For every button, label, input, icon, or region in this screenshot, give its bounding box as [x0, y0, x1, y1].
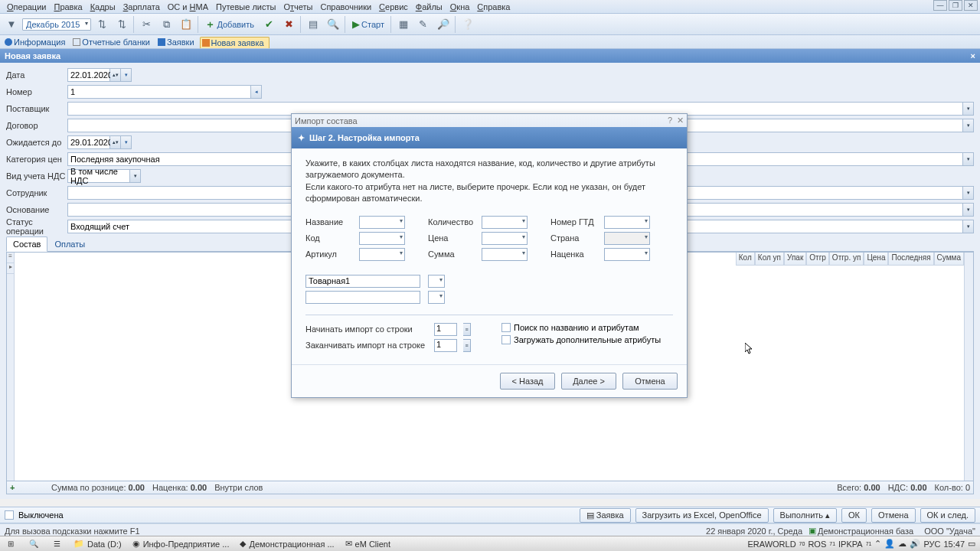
pricectg-dropdown[interactable]: ▾ [963, 152, 974, 166]
end-row-spinner[interactable]: ≡ [463, 339, 471, 352]
code-column-select[interactable] [359, 232, 405, 245]
tab-information[interactable]: Информация [2, 36, 70, 48]
tray-icon[interactable]: ⌃ [874, 539, 881, 549]
cut-icon[interactable]: ✂ [137, 15, 155, 34]
dialog-titlebar[interactable]: Импорт состава ?✕ [292, 114, 687, 127]
grid-add-row-icon[interactable]: + [10, 483, 21, 492]
doc-icon[interactable]: ▤ [304, 15, 322, 34]
status-dropdown[interactable]: ▾ [963, 220, 974, 233]
menu-files[interactable]: Файлы [412, 2, 446, 12]
dialog-close-icon[interactable]: ✕ [677, 116, 684, 126]
tray-cloud-icon[interactable]: ☁ [898, 539, 906, 549]
menu-salary[interactable]: Зарплата [119, 2, 164, 12]
extra-attr-select-2[interactable] [428, 291, 445, 304]
request-button[interactable]: ▤Заявка [580, 508, 631, 523]
cancel-icon[interactable]: ✖ [279, 15, 298, 34]
supplier-dropdown[interactable]: ▾ [963, 102, 974, 116]
contract-dropdown[interactable]: ▾ [963, 119, 974, 132]
help-icon[interactable]: ❔ [459, 15, 477, 34]
start-button[interactable]: ⊞ [0, 537, 21, 551]
price-column-select[interactable] [482, 232, 528, 245]
dialog-help-icon[interactable]: ? [668, 116, 672, 126]
pen-icon[interactable]: ✎ [414, 15, 433, 34]
tray-people-icon[interactable]: 👤 [884, 539, 895, 549]
disabled-checkbox[interactable] [5, 510, 14, 520]
tray-notif-icon[interactable]: ▭ [968, 539, 975, 549]
cancel-button[interactable]: Отмена [871, 508, 915, 523]
back-button[interactable]: < Назад [500, 373, 555, 390]
number-input[interactable]: 1 [67, 85, 251, 99]
confirm-icon[interactable]: ✔ [260, 15, 278, 34]
menu-edit[interactable]: Правка [50, 2, 86, 12]
date-calendar-icon[interactable]: ▾ [121, 68, 132, 82]
tab-report-forms[interactable]: Отчетные бланки [70, 36, 155, 48]
tray-volume-icon[interactable]: 🔊 [910, 539, 920, 549]
extra-attr-input-1[interactable]: Товарная1 [305, 275, 420, 288]
menu-operations[interactable]: Операции [3, 2, 50, 12]
load-extra-checkbox[interactable] [501, 335, 511, 344]
search-by-name-checkbox[interactable] [501, 323, 511, 332]
search-taskbar-icon[interactable]: 🔍 [23, 537, 44, 551]
inner-tab-content[interactable]: Состав [6, 236, 47, 252]
article-column-select[interactable] [359, 248, 405, 261]
extra-attr-select-1[interactable] [428, 275, 445, 288]
basis-dropdown[interactable]: ▾ [963, 203, 974, 217]
vat-input[interactable]: В том числе НДС [67, 169, 130, 183]
copy-icon[interactable]: ⧉ [157, 15, 175, 34]
menu-waybills[interactable]: Путевые листы [212, 2, 279, 12]
start-button[interactable]: ▶Старт [348, 15, 388, 34]
tab-requests[interactable]: Заявки [155, 36, 200, 48]
tray-lang[interactable]: РУС [923, 540, 940, 549]
taskbar-emclient[interactable]: ✉eM Client [341, 537, 395, 551]
sort-desc-icon[interactable]: ⇅ [113, 15, 131, 34]
minimize-button[interactable]: ― [933, 0, 947, 11]
ok-next-button[interactable]: ОК и след. [920, 508, 976, 523]
zoom-icon[interactable]: 🔎 [434, 15, 452, 34]
paste-icon[interactable]: 📋 [177, 15, 195, 34]
sum-column-select[interactable] [482, 248, 528, 261]
menu-refs[interactable]: Справочники [316, 2, 375, 12]
markup-column-select[interactable] [604, 248, 650, 261]
qty-column-select[interactable] [482, 216, 528, 229]
ok-button[interactable]: ОК [841, 508, 867, 523]
dialog-cancel-button[interactable]: Отмена [622, 373, 678, 390]
grid-scrollbar[interactable] [964, 253, 973, 481]
extra-attr-input-2[interactable] [305, 291, 420, 304]
sort-asc-icon[interactable]: ⇅ [93, 15, 111, 34]
menu-help[interactable]: Справка [473, 2, 514, 12]
search-icon[interactable]: 🔍 [324, 15, 342, 34]
expected-input[interactable]: 29.01.2020 [67, 135, 110, 149]
taskbar-data-d[interactable]: 📁Data (D:) [69, 537, 126, 551]
tab-new-request[interactable]: Новая заявка [200, 37, 270, 48]
gtd-column-select[interactable] [604, 216, 650, 229]
name-column-select[interactable] [359, 216, 405, 229]
vat-dropdown[interactable]: ▾ [130, 169, 141, 183]
menu-reports[interactable]: Отчеты [279, 2, 316, 12]
start-row-input[interactable]: 1 [434, 323, 457, 336]
filter-icon[interactable]: ▼ [2, 15, 21, 34]
tray-time[interactable]: 15:47 [943, 540, 965, 549]
close-button[interactable]: ✕ [964, 0, 978, 11]
taskbar-demo[interactable]: ◆Демонстрационная ... [235, 537, 338, 551]
taskview-icon[interactable]: ☰ [46, 537, 67, 551]
add-button[interactable]: ＋Добавить [201, 15, 258, 34]
next-button[interactable]: Далее > [561, 373, 616, 390]
start-row-spinner[interactable]: ≡ [463, 323, 471, 336]
taskbar-info[interactable]: ◉Инфо-Предприятие ... [128, 537, 234, 551]
maximize-button[interactable]: ❐ [949, 0, 962, 11]
document-close-button[interactable]: × [971, 51, 975, 60]
expected-spinner[interactable]: ▴▾ [110, 135, 121, 149]
month-selector[interactable]: Декабрь 2015 [22, 18, 91, 31]
expected-calendar-icon[interactable]: ▾ [121, 135, 132, 149]
menu-service[interactable]: Сервис [375, 2, 412, 12]
menu-assets[interactable]: ОС и НМА [164, 2, 212, 12]
number-refresh-icon[interactable]: ◂ [251, 85, 262, 99]
menu-windows[interactable]: Окна [446, 2, 474, 12]
menu-personnel[interactable]: Кадры [87, 2, 119, 12]
load-excel-button[interactable]: Загрузить из Excel, OpenOffice [635, 508, 769, 523]
end-row-input[interactable]: 1 [434, 339, 457, 352]
inner-tab-payments[interactable]: Оплаты [47, 236, 92, 251]
date-spinner[interactable]: ▴▾ [110, 68, 121, 82]
date-input[interactable]: 22.01.2020 [67, 68, 110, 82]
execute-button[interactable]: Выполнить▴ [773, 508, 837, 523]
